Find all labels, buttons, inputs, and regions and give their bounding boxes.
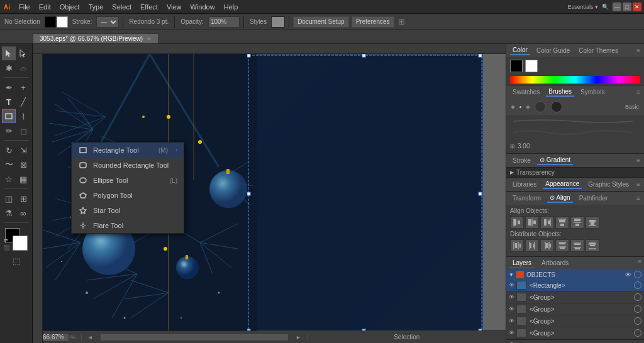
layer-expand-icon[interactable]: ▼ xyxy=(509,272,514,278)
align-right-button[interactable] xyxy=(540,216,554,229)
menu-effect[interactable]: Effect xyxy=(136,2,162,12)
brush-dot-tiny[interactable] xyxy=(519,106,521,108)
distribute-right-button[interactable] xyxy=(540,239,554,252)
rounded-rectangle-tool-menu-item[interactable]: Rounded Rectangle Tool xyxy=(72,158,184,173)
brush-dot-medium[interactable] xyxy=(526,106,530,109)
stroke-sub-tab[interactable]: Stroke xyxy=(510,156,533,165)
layer-item-group-4[interactable]: 👁 <Group> xyxy=(506,327,644,339)
appearance-panel-menu[interactable]: ≡ xyxy=(636,181,640,188)
blend-tool[interactable]: ∞ xyxy=(16,206,30,220)
pathfinder-tab[interactable]: Pathfinder xyxy=(577,194,611,202)
nav-right-icon[interactable]: ► xyxy=(296,334,301,340)
color-panel-menu[interactable]: ≡ xyxy=(636,47,640,54)
layer-visibility-icon[interactable]: 👁 xyxy=(625,271,631,278)
type-tool[interactable]: T xyxy=(2,95,16,109)
layer-item-group-3[interactable]: 👁 <Group> xyxy=(506,315,644,327)
swatches-tab[interactable]: Swatches xyxy=(510,88,542,96)
align-panel-menu[interactable]: ≡ xyxy=(636,195,640,202)
tab-close-button[interactable]: ✕ xyxy=(147,36,152,42)
distribute-center-v-button[interactable] xyxy=(570,239,584,252)
layer-eye-1[interactable]: 👁 xyxy=(509,294,514,300)
menu-file[interactable]: File xyxy=(15,2,34,12)
stroke-select[interactable]: — xyxy=(96,16,119,28)
brush-dot-small[interactable] xyxy=(511,106,514,109)
eyedropper-tool[interactable]: ⚗ xyxy=(2,206,16,220)
polygon-tool-menu-item[interactable]: Polygon Tool xyxy=(72,188,184,203)
fill-swatch[interactable] xyxy=(45,16,56,28)
styles-swatch[interactable] xyxy=(271,16,285,28)
star-tool-menu-item[interactable]: Star Tool xyxy=(72,203,184,218)
stroke-panel-menu[interactable]: ≡ xyxy=(636,157,640,164)
transparency-header[interactable]: ▶ Transparency xyxy=(506,168,644,177)
scroll-indicator[interactable] xyxy=(101,334,288,340)
layer-circle-2[interactable] xyxy=(634,305,641,313)
background-color[interactable] xyxy=(13,236,28,251)
layer-target-circle[interactable] xyxy=(634,271,641,278)
brushes-tab[interactable]: Brushes xyxy=(546,87,574,97)
magic-wand-tool[interactable]: ✱ xyxy=(2,61,16,75)
align-tab[interactable]: ⊙ Align xyxy=(547,193,572,203)
lasso-tool[interactable]: ⌓ xyxy=(16,61,30,75)
artboards-tab[interactable]: Artboards xyxy=(538,258,572,268)
menu-view[interactable]: View xyxy=(163,2,186,12)
align-center-h-button[interactable] xyxy=(525,216,539,229)
stroke-swatch[interactable] xyxy=(57,16,68,28)
swap-colors-icon[interactable]: ⇄ xyxy=(4,237,8,243)
close-button[interactable]: ✕ xyxy=(633,3,641,11)
rectangle-tool[interactable] xyxy=(2,109,16,123)
layer-eye-0[interactable]: 👁 xyxy=(509,282,514,288)
add-anchor-tool[interactable]: + xyxy=(16,80,30,94)
search-icon[interactable]: 🔍 xyxy=(602,4,609,10)
direct-selection-tool[interactable] xyxy=(16,46,30,60)
transform-tab[interactable]: Transform xyxy=(510,194,543,202)
pencil-tool[interactable]: ✏ xyxy=(2,124,16,138)
distribute-left-button[interactable] xyxy=(510,239,524,252)
paintbrush-tool[interactable]: ⌇ xyxy=(16,109,30,123)
layer-eye-4[interactable]: 👁 xyxy=(509,330,514,336)
gradient-tool[interactable]: ◫ xyxy=(2,192,16,205)
document-tab[interactable]: 3053.eps* @ 66.67% (RGB/Preview) ✕ xyxy=(33,33,158,43)
color-tab[interactable]: Color xyxy=(510,46,530,55)
layers-tab[interactable]: Layers xyxy=(509,258,535,268)
layer-circle-0[interactable] xyxy=(634,281,641,289)
layer-item-group-1[interactable]: 👁 <Group> xyxy=(506,291,644,303)
pen-tool[interactable]: ✒ xyxy=(2,80,16,94)
gradient-sub-tab[interactable]: ⊙ Gradient xyxy=(537,156,573,165)
graphic-styles-tab[interactable]: Graphic Styles xyxy=(586,180,631,188)
layer-eye-2[interactable]: 👁 xyxy=(509,306,514,312)
arrange-icon[interactable]: ⊞ xyxy=(398,17,405,26)
mesh-tool[interactable]: ⊞ xyxy=(16,192,30,205)
free-transform-tool[interactable]: ⊠ xyxy=(16,158,30,172)
nav-left-icon[interactable]: ◄ xyxy=(87,334,93,340)
menu-select[interactable]: Select xyxy=(108,2,135,12)
menu-edit[interactable]: Edit xyxy=(35,2,55,12)
color-spectrum-bar[interactable] xyxy=(510,76,640,84)
libraries-tab[interactable]: Libraries xyxy=(510,180,539,188)
distribute-top-button[interactable] xyxy=(555,239,569,252)
menu-help[interactable]: Help xyxy=(220,2,242,12)
symbols-tab[interactable]: Symbols xyxy=(578,88,607,96)
layer-eye-3[interactable]: 👁 xyxy=(509,318,514,324)
layer-circle-4[interactable] xyxy=(634,329,641,337)
minimize-button[interactable]: — xyxy=(613,3,621,11)
brush-dot-extra[interactable] xyxy=(551,101,562,112)
appearance-tab[interactable]: Appearance xyxy=(543,180,582,189)
symbol-tool[interactable]: ☆ xyxy=(2,172,16,186)
layer-item-group-2[interactable]: 👁 <Group> xyxy=(506,303,644,315)
align-bottom-button[interactable] xyxy=(586,216,599,229)
align-top-button[interactable] xyxy=(555,216,569,229)
essentials-dropdown[interactable]: Essentials ▾ xyxy=(565,4,601,10)
brush-dot-large[interactable] xyxy=(535,101,546,112)
rectangle-tool-menu-item[interactable]: Rectangle Tool (M) › xyxy=(72,143,184,158)
default-colors-icon[interactable]: ⬛ xyxy=(4,245,10,251)
color-themes-tab[interactable]: Color Themes xyxy=(576,46,621,55)
menu-window[interactable]: Window xyxy=(187,2,219,12)
align-center-v-button[interactable] xyxy=(570,216,584,229)
screen-mode-button[interactable]: ⬚ xyxy=(9,254,23,268)
warp-tool[interactable]: 〜 xyxy=(2,158,16,172)
color-foreground-swatch[interactable] xyxy=(510,60,523,72)
document-setup-button[interactable]: Document Setup xyxy=(293,16,349,28)
distribute-center-h-button[interactable] xyxy=(525,239,539,252)
graph-tool[interactable]: ▦ xyxy=(16,172,30,186)
flare-tool-menu-item[interactable]: Flare Tool xyxy=(72,218,184,233)
